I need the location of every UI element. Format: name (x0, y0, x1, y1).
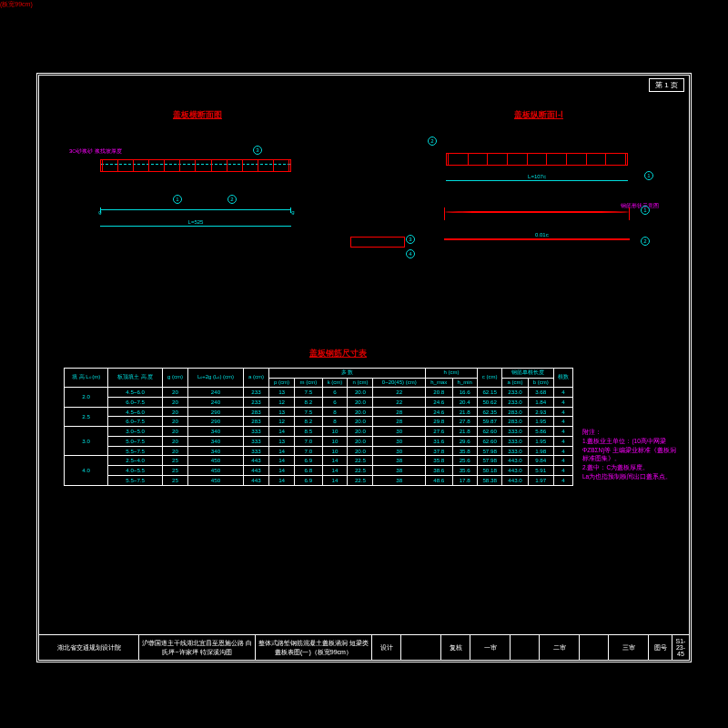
table-cell: 6.9 (295, 475, 323, 485)
dim-main-len: L=525 (188, 219, 204, 225)
table-cell: 283 (243, 417, 268, 427)
table-cell: 38.6 (425, 466, 452, 476)
dim-line-right: L=107c (446, 180, 628, 181)
table-cell: 4.0 (65, 456, 108, 485)
rebar-curve-1 (444, 207, 630, 220)
table-cell: 10 (322, 446, 348, 456)
sub-col-header: h_min (452, 378, 477, 388)
table-cell: 62.60 (477, 436, 502, 446)
note-1: 1.盖板业主单位：(10高中网梁 ΦΖΒΣΝ)等 主编梁业标准《盖板洞标准图集》… (582, 437, 682, 463)
drawing-long-section: 2 1 L=107c 钢筋形状示意图 1 0.01c 2 (428, 127, 655, 282)
sub-col-header: k (cm) (322, 378, 348, 388)
callout-1r-icon: 1 (644, 171, 653, 180)
title-block: 湖北省交通规划设计院 沪蓉国道主干线湖北宜昌至恩施公路 白氏坪~许家坪 特深溪沟… (39, 634, 689, 660)
table-cell: 14 (322, 466, 348, 476)
table-cell: 450 (188, 456, 244, 466)
table-cell: 27.8 (452, 417, 477, 427)
table-cell: 29.8 (425, 417, 452, 427)
table-cell: 17.8 (452, 475, 477, 485)
col-header: 板顶填土 高 度 (108, 369, 163, 388)
table-cell: 443 (243, 456, 268, 466)
table-cell: 20.0 (348, 388, 373, 398)
table-cell: 5.0~7.5 (108, 436, 163, 446)
tb-rev2-lbl: 二审 (540, 635, 580, 660)
dim-left-g: g (91, 209, 109, 215)
table-cell: 38 (373, 466, 426, 476)
table-cell: 233.0 (502, 397, 528, 407)
table-cell: 443 (243, 475, 268, 485)
table-cell: 10 (322, 427, 348, 437)
table-cell: 1.98 (528, 446, 553, 456)
sub-col-header: a (cm) (502, 378, 528, 388)
table-cell: 283.0 (502, 417, 528, 427)
col-header: 填 高 L₀ (m) (65, 369, 108, 388)
table-cell: 4 (553, 388, 572, 398)
tb-rev1-val (511, 635, 540, 660)
table-cell: 24.6 (425, 407, 452, 417)
rebar-ticks-left (102, 160, 289, 171)
rebar-dimension-table: 填 高 L₀ (m)板顶填土 高 度g (cm)L₀+2g (L₀) (cm)a… (64, 368, 573, 486)
table-cell: 38 (373, 456, 426, 466)
table-cell: 7.0 (295, 446, 323, 456)
mid-dim: 0.01c (535, 232, 549, 238)
mortar-label: 3O砂浆砂 浆找坡厚度 (69, 147, 122, 156)
col-header: L₀+2g (L₀) (cm) (188, 369, 244, 388)
small-slab-outline (350, 237, 405, 248)
tb-check-lbl: 复核 (441, 635, 470, 660)
table-cell: 29.6 (452, 436, 477, 446)
table-cell: 20 (162, 388, 187, 398)
table-cell: 340 (188, 446, 244, 456)
tb-design-val (401, 635, 441, 660)
note-2: 2.盖中：C为盖板厚度。 (582, 463, 682, 472)
table-cell: 240 (188, 388, 244, 398)
table-cell: 333.0 (502, 436, 528, 446)
table-cell: 443.0 (502, 456, 528, 466)
table-cell: 14 (269, 475, 295, 485)
col-header: c (cm) (477, 369, 502, 388)
table-cell: 22.5 (348, 466, 373, 476)
table-cell: 283 (243, 407, 268, 417)
table-cell: 443.0 (502, 466, 528, 476)
table-cell: 1.95 (528, 417, 553, 427)
table-cell: 333.0 (502, 446, 528, 456)
table-cell: 14 (322, 475, 348, 485)
table-cell: 6 (322, 388, 348, 398)
table-cell: 6.8 (295, 466, 323, 476)
notes-header: 附注： (582, 428, 682, 437)
table-cell: 4 (553, 417, 572, 427)
notes-block: 附注： 1.盖板业主单位：(10高中网梁 ΦΖΒΣΝ)等 主编梁业标准《盖板洞标… (582, 428, 682, 481)
sub-col-header: m (cm) (295, 378, 323, 388)
table-cell: 28 (373, 417, 426, 427)
table-cell: 233 (243, 388, 268, 398)
col-header: 钢筋单根长度 (502, 369, 553, 379)
note-3: La为也指预制板间出口盖系点。 (582, 472, 682, 481)
table-cell: 37.8 (425, 446, 452, 456)
table-cell: 2.93 (528, 407, 553, 417)
page-number: 第 1 页 (649, 78, 684, 92)
table-cell: 25 (162, 466, 187, 476)
table-cell: 20.0 (348, 436, 373, 446)
section-title-left: 盖板横断面图 (173, 109, 222, 121)
table-cell: 24.6 (425, 397, 452, 407)
tb-org: 湖北省交通规划设计院 (39, 635, 139, 660)
table-cell: 20.0 (348, 407, 373, 417)
table-cell: 4 (553, 446, 572, 456)
table-cell: 6.9 (295, 456, 323, 466)
table-cell: 14 (269, 456, 295, 466)
table-cell: 62.60 (477, 427, 502, 437)
table-cell: 333 (243, 446, 268, 456)
callout-2r-icon: 2 (428, 136, 437, 146)
table-cell: 20 (162, 427, 187, 437)
curve-callout-2-icon: 2 (641, 237, 650, 246)
table-cell: 443 (243, 466, 268, 476)
table-cell: 4 (553, 466, 572, 476)
table-cell: 4 (553, 407, 572, 417)
table-cell: 13 (269, 388, 295, 398)
table-cell: 7.5 (295, 388, 323, 398)
table-cell: 14 (322, 456, 348, 466)
table-cell: 1.84 (528, 397, 553, 407)
table-cell: 35.8 (425, 456, 452, 466)
table-cell: 240 (188, 397, 244, 407)
table-cell: 14 (269, 446, 295, 456)
table-cell: 30 (373, 446, 426, 456)
